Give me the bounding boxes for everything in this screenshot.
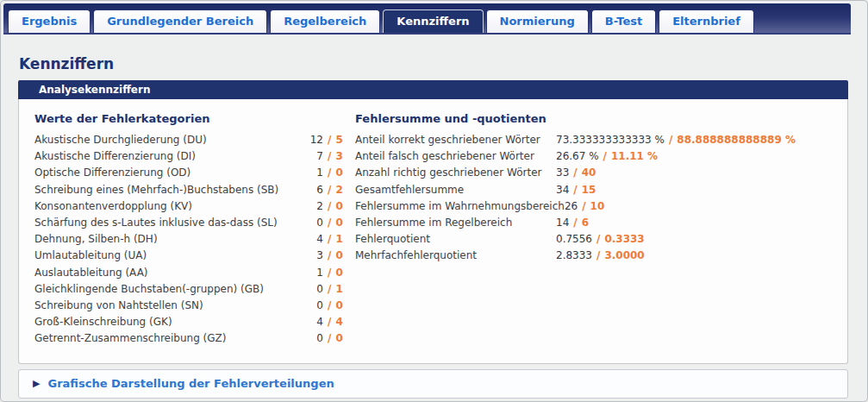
stat-label: Anteil korrekt geschriebener Wörter [355,132,556,148]
stat-value-secondary: 0 [335,298,342,314]
stat-value-primary: 2 [297,198,323,215]
stat-row: Konsonantenverdopplung (KV) 2 / 0 [34,198,352,215]
tab[interactable]: Kennziffern [383,9,483,33]
stat-value-primary: 73.333333333333 % [556,132,665,148]
stat-row: Dehnung, Silben-h (DH) 4 / 1 [34,231,352,248]
tab[interactable]: B-Test [591,9,656,33]
tab[interactable]: Ergebnis [8,9,91,33]
graph-distribution-toggle[interactable]: ▶ Grafische Darstellung der Fehlervertei… [18,369,848,399]
stat-value-primary: 26 [565,198,578,215]
stat-value-secondary: 10 [590,198,605,215]
stat-row: Mehrfachfehlerquotient 2.8333 / 3.0000 [355,248,834,264]
value-separator: / [328,330,331,347]
stat-value-secondary: 40 [582,165,596,181]
stat-value-secondary: 3 [335,148,342,165]
stat-value-primary: 3 [297,248,323,264]
stat-label: Anteil falsch geschriebener Wörter [355,148,556,165]
stat-label: Mehrfachfehlerquotient [355,248,556,264]
value-separator: / [328,265,331,281]
stat-label: Getrennt-Zusammenschreibung (GZ) [34,330,297,347]
tab[interactable]: Normierung [486,9,589,33]
value-separator: / [573,215,577,231]
stat-value-secondary: 0 [335,248,342,264]
value-separator: / [669,132,672,148]
stat-value-primary: 0 [297,215,323,231]
tab[interactable]: Regelbereich [270,9,380,33]
value-separator: / [582,198,585,215]
stat-label: Anzahl richtig geschriebener Wörter [355,165,556,181]
stat-value-secondary: 0 [335,330,342,347]
analysis-panel: Analysekennziffern Werte der Fehlerkateg… [18,80,848,364]
error-categories-title: Werte der Fehlerkategorien [34,112,352,125]
stat-value-secondary: 0 [335,198,342,215]
tab[interactable]: Grundlegender Bereich [93,9,267,33]
stat-row: Gesamtfehlersumme 34 / 15 [355,182,834,198]
stat-value-primary: 26.67 % [556,148,599,165]
stat-row: Optische Differenzierung (OD) 1 / 0 [34,165,352,181]
value-separator: / [328,132,331,148]
stat-value-primary: 1 [297,265,323,281]
stat-value-primary: 33 [556,165,569,181]
value-separator: / [603,148,607,165]
stat-row: Auslautableitung (AA) 1 / 0 [34,265,352,281]
stat-label: Fehlersumme im Wahrnehmungsbereich [355,198,565,215]
stat-label: Konsonantenverdopplung (KV) [34,198,297,215]
graph-distribution-toggle-label: Grafische Darstellung der Fehlerverteilu… [47,377,334,390]
value-separator: / [328,281,331,298]
stat-value-primary: 4 [297,231,323,248]
main-content: Kennziffern Analysekennziffern Werte der… [1,55,867,399]
stat-label: Akustische Durchgliederung (DU) [34,132,297,148]
stat-value-primary: 0 [297,298,323,314]
value-separator: / [328,165,331,181]
stat-value-secondary: 3.0000 [604,248,644,264]
stat-label: Fehlersumme im Regelbereich [355,215,556,231]
tab-bar: Ergebnis Grundlegender Bereich Regelbere… [3,3,851,35]
stat-value-primary: 12 [297,132,323,148]
value-separator: / [328,314,331,330]
stat-value-secondary: 15 [582,182,596,198]
stat-value-secondary: 4 [335,314,342,330]
stat-row: Anteil falsch geschriebener Wörter 26.67… [355,148,834,165]
value-separator: / [328,298,331,314]
value-separator: / [596,248,600,264]
value-separator: / [596,231,600,248]
error-sums-title: Fehlersumme und -quotienten [355,112,834,125]
stat-row: Groß-Kleinschreibung (GK) 4 / 4 [34,314,352,330]
stat-label: Schärfung des s-Lautes inklusive das-das… [34,215,297,231]
value-separator: / [573,165,577,181]
stat-label: Optische Differenzierung (OD) [34,165,297,181]
value-separator: / [328,248,331,264]
stat-value-primary: 14 [556,215,569,231]
stat-value-secondary: 88.888888888889 % [677,132,796,148]
value-separator: / [328,198,331,215]
stat-label: Dehnung, Silben-h (DH) [34,231,297,248]
value-separator: / [328,215,331,231]
stat-label: Umlautableitung (UA) [34,248,297,264]
stat-value-primary: 0.7556 [556,231,592,248]
stat-value-primary: 34 [556,182,569,198]
tab[interactable]: Elternbrief [659,9,754,33]
stat-row: Umlautableitung (UA) 3 / 0 [34,248,352,264]
stat-label: Groß-Kleinschreibung (GK) [34,314,297,330]
stat-label: Gesamtfehlersumme [355,182,556,198]
value-separator: / [328,231,331,248]
stat-value-secondary: 1 [335,281,342,298]
error-sums-section: Fehlersumme und -quotienten Anteil korre… [355,112,834,265]
value-separator: / [573,182,577,198]
stat-value-secondary: 0 [335,265,342,281]
stat-label: Gleichklingende Buchstaben(-gruppen) (GB… [34,281,297,298]
stat-row: Anzahl richtig geschriebener Wörter 33 /… [355,165,834,181]
stat-value-secondary: 0.3333 [604,231,644,248]
error-categories-list: Akustische Durchgliederung (DU) 12 / 5 A… [34,132,352,348]
stat-label: Akustische Differenzierung (DI) [34,148,297,165]
stat-value-primary: 1 [297,165,323,181]
stat-row: Fehlersumme im Wahrnehmungsbereich 26 / … [355,198,834,215]
app-window: Ergebnis Grundlegender Bereich Regelbere… [0,0,868,402]
stat-value-primary: 6 [297,182,323,198]
stat-value-secondary: 6 [582,215,589,231]
error-sums-list: Anteil korrekt geschriebener Wörter 73.3… [355,132,834,265]
stat-row: Getrennt-Zusammenschreibung (GZ) 0 / 0 [34,330,352,347]
stat-value-secondary: 1 [335,231,342,248]
stat-label: Schreibung eines (Mehrfach-)Buchstabens … [34,182,297,198]
stat-row: Akustische Differenzierung (DI) 7 / 3 [34,148,352,165]
